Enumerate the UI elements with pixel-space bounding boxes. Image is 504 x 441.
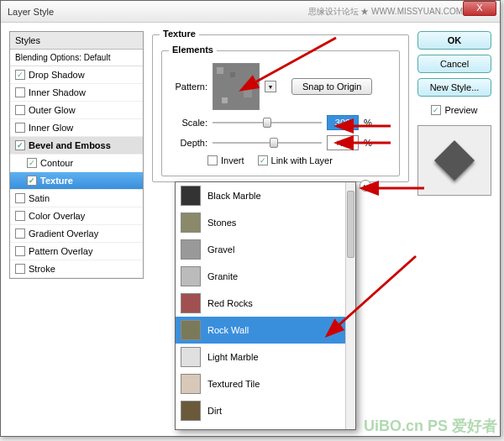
- sidebar-item-outer-glow[interactable]: Outer Glow: [10, 102, 143, 119]
- scrollbar[interactable]: [345, 182, 355, 429]
- pattern-swatch-icon: [181, 239, 201, 260]
- sidebar-item-gradient-overlay[interactable]: Gradient Overlay: [10, 225, 143, 243]
- scale-value[interactable]: 300: [327, 115, 359, 130]
- checkbox[interactable]: [15, 193, 25, 203]
- pattern-item-textured-tile[interactable]: Textured Tile: [176, 370, 345, 397]
- sidebar-blending[interactable]: Blending Options: Default: [10, 50, 143, 66]
- sidebar-item-inner-shadow[interactable]: Inner Shadow: [10, 84, 143, 102]
- watermark-top: 思缘设计论坛 ★ WWW.MISSYUAN.COM: [308, 6, 463, 18]
- link-label: Link with Layer: [271, 155, 333, 165]
- sidebar-item-label: Texture: [40, 176, 73, 186]
- pattern-swatch[interactable]: [213, 63, 260, 110]
- depth-value[interactable]: +10: [327, 135, 359, 150]
- pattern-swatch-icon: [181, 266, 201, 286]
- new-style-button[interactable]: New Style...: [417, 78, 491, 97]
- ok-button[interactable]: OK: [417, 31, 491, 50]
- invert-checkbox[interactable]: [207, 155, 218, 165]
- flyout-arrow-icon[interactable]: ▸: [360, 180, 371, 192]
- pattern-swatch-icon: [181, 213, 201, 233]
- link-checkbox[interactable]: [258, 155, 268, 165]
- pattern-item-light-marble[interactable]: Light Marble: [176, 344, 345, 370]
- close-button[interactable]: X: [463, 1, 496, 16]
- sidebar-item-label: Satin: [29, 193, 50, 203]
- pattern-item-label: Stones: [207, 218, 236, 228]
- pattern-dropdown-icon[interactable]: ▾: [265, 81, 276, 92]
- pattern-item-label: Black Marble: [207, 191, 261, 201]
- sidebar-item-bevel-and-emboss[interactable]: Bevel and Emboss: [10, 137, 143, 155]
- pattern-item-label: Textured Tile: [207, 379, 260, 389]
- pattern-swatch-icon: [181, 320, 201, 340]
- preview-label: Preview: [444, 105, 477, 115]
- sidebar-item-texture[interactable]: Texture: [10, 172, 143, 190]
- sidebar-item-inner-glow[interactable]: Inner Glow: [10, 119, 143, 137]
- invert-label: Invert: [221, 155, 244, 165]
- pattern-item-dirt[interactable]: Dirt: [176, 397, 345, 424]
- checkbox[interactable]: [15, 105, 25, 115]
- scale-pct: %: [364, 118, 372, 128]
- scale-label: Scale:: [171, 118, 207, 128]
- pattern-item-red-rocks[interactable]: Red Rocks: [176, 290, 345, 317]
- cancel-button[interactable]: Cancel: [417, 55, 491, 73]
- pattern-swatch-icon: [181, 186, 201, 206]
- checkbox[interactable]: [15, 140, 25, 150]
- checkbox[interactable]: [27, 158, 37, 168]
- sidebar-item-label: Gradient Overlay: [29, 228, 98, 239]
- elements-fieldset: Elements Pattern: ▾ Snap to Origin Scale…: [161, 50, 400, 176]
- pattern-item-rock-wall[interactable]: Rock Wall: [176, 317, 345, 344]
- watermark-bottom: UiBO.cn PS 爱好者: [364, 416, 497, 436]
- dialog-title: Layer Style: [8, 7, 308, 17]
- sidebar-item-label: Drop Shadow: [29, 70, 85, 80]
- checkbox[interactable]: [15, 123, 25, 133]
- texture-legend: Texture: [160, 29, 199, 39]
- sidebar-header[interactable]: Styles: [10, 32, 143, 50]
- pattern-swatch-icon: [181, 374, 201, 394]
- snap-to-origin-button[interactable]: Snap to Origin: [291, 78, 372, 95]
- pattern-item-label: Light Marble: [207, 352, 259, 362]
- pattern-item-gravel[interactable]: Gravel: [176, 236, 345, 263]
- titlebar[interactable]: Layer Style 思缘设计论坛 ★ WWW.MISSYUAN.COM X: [1, 1, 500, 23]
- depth-pct: %: [364, 138, 372, 148]
- checkbox[interactable]: [27, 176, 37, 186]
- sidebar-item-label: Color Overlay: [29, 211, 85, 221]
- sidebar-item-label: Bevel and Emboss: [29, 140, 111, 150]
- checkbox[interactable]: [15, 211, 25, 221]
- sidebar-item-label: Inner Shadow: [29, 87, 86, 97]
- pattern-swatch-icon: [181, 401, 201, 421]
- checkbox[interactable]: [15, 264, 25, 274]
- pattern-item-granite[interactable]: Granite: [176, 263, 345, 290]
- sidebar-item-pattern-overlay[interactable]: Pattern Overlay: [10, 243, 143, 260]
- elements-legend: Elements: [169, 45, 217, 55]
- sidebar-item-drop-shadow[interactable]: Drop Shadow: [10, 66, 143, 84]
- preview-checkbox[interactable]: [431, 105, 441, 115]
- checkbox[interactable]: [15, 87, 25, 97]
- sidebar-item-label: Outer Glow: [29, 105, 76, 115]
- sidebar-item-label: Inner Glow: [29, 123, 73, 133]
- texture-fieldset: Texture Elements Pattern: ▾ Snap to Orig…: [152, 34, 409, 182]
- scale-slider[interactable]: [213, 117, 322, 129]
- checkbox[interactable]: [15, 70, 25, 80]
- styles-sidebar: Styles Blending Options: Default Drop Sh…: [9, 31, 144, 279]
- pattern-item-label: Gravel: [207, 244, 234, 255]
- pattern-item-label: Dirt: [207, 406, 222, 416]
- sidebar-item-label: Pattern Overlay: [29, 246, 92, 256]
- checkbox[interactable]: [15, 228, 25, 239]
- pattern-item-stones[interactable]: Stones: [176, 209, 345, 236]
- preview-swatch: [417, 125, 491, 196]
- pattern-item-label: Rock Wall: [207, 325, 249, 335]
- pattern-item-label: Granite: [207, 271, 238, 281]
- right-column: OK Cancel New Style... Preview: [417, 31, 491, 279]
- pattern-item-black-marble[interactable]: Black Marble: [176, 182, 345, 209]
- sidebar-item-stroke[interactable]: Stroke: [10, 260, 143, 278]
- depth-label: Depth:: [171, 138, 207, 148]
- sidebar-item-satin[interactable]: Satin: [10, 190, 143, 207]
- pattern-dropdown-list[interactable]: Black MarbleStonesGravelGraniteRed Rocks…: [175, 181, 356, 430]
- sidebar-item-contour[interactable]: Contour: [10, 155, 143, 172]
- sidebar-item-label: Stroke: [29, 264, 55, 274]
- depth-slider[interactable]: [213, 137, 322, 149]
- sidebar-item-color-overlay[interactable]: Color Overlay: [10, 207, 143, 225]
- sidebar-item-label: Contour: [40, 158, 73, 168]
- preview-shape-icon: [434, 140, 475, 181]
- checkbox[interactable]: [15, 246, 25, 256]
- scrollbar-thumb[interactable]: [347, 191, 354, 258]
- pattern-swatch-icon: [181, 293, 201, 313]
